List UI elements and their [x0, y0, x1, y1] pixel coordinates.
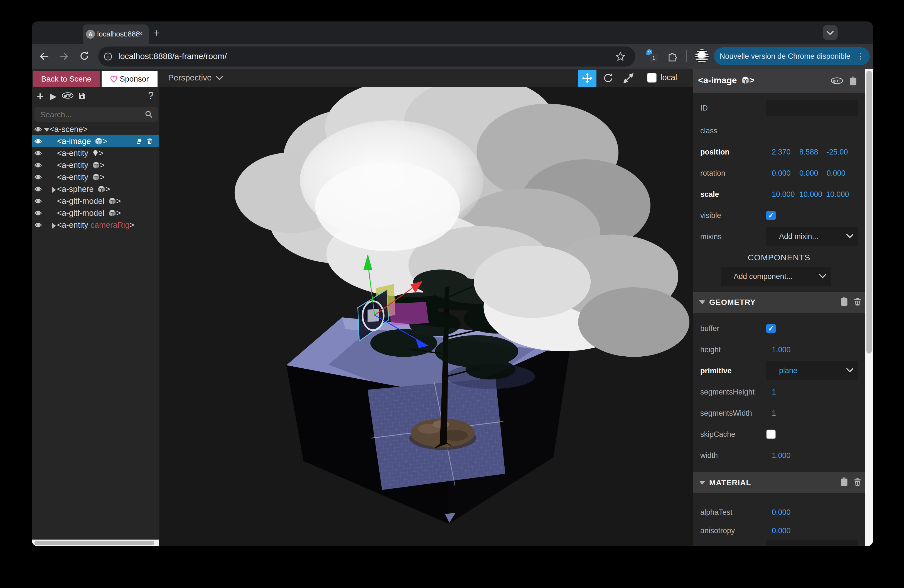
expand-icon[interactable] — [52, 187, 56, 193]
blending-row: blending normal — [693, 541, 865, 546]
remove-component-icon[interactable] — [854, 297, 861, 306]
collapse-icon[interactable] — [699, 300, 705, 304]
add-mixin-select[interactable]: Add mixin... — [766, 227, 858, 245]
buffer-checkbox[interactable]: ✓ — [766, 324, 776, 333]
profile-avatar[interactable] — [695, 49, 709, 63]
rotation-z[interactable]: 0.000 — [827, 165, 846, 182]
tree-item-a-gltf-model[interactable]: <a-gltf-model > — [32, 207, 159, 219]
scale-z[interactable]: 10.000 — [826, 186, 849, 203]
blending-select[interactable]: normal — [766, 539, 858, 546]
tree-item-camera-rig[interactable]: <a-entity cameraRig> — [32, 219, 159, 231]
visibility-eye-icon[interactable] — [34, 150, 42, 157]
copy-component-icon[interactable] — [841, 297, 848, 306]
back-icon[interactable] — [40, 52, 49, 60]
url-text: localhost:8888/a-frame/room/ — [118, 52, 227, 61]
reload-icon[interactable] — [79, 52, 89, 62]
vertical-scrollbar[interactable] — [865, 69, 873, 546]
bookmark-star-icon[interactable] — [616, 52, 625, 61]
tree-item-a-sphere[interactable]: <a-sphere > — [32, 183, 159, 195]
visibility-eye-icon[interactable] — [34, 126, 42, 133]
id-input[interactable] — [766, 100, 858, 116]
scale-tool-button[interactable] — [619, 70, 638, 87]
search-input[interactable] — [40, 109, 141, 120]
visibility-eye-icon[interactable] — [34, 209, 42, 217]
add-component-select[interactable]: Add component... — [721, 267, 831, 286]
collapse-icon[interactable] — [699, 481, 705, 485]
browser-tab[interactable]: A localhost:8888/a-frame/room × — [83, 24, 149, 44]
position-y[interactable]: 8.588 — [799, 144, 818, 160]
tree-item-a-gltf-model[interactable]: <a-gltf-model > — [32, 195, 159, 207]
scale-y[interactable]: 10.000 — [799, 186, 822, 203]
tree-item-a-scene[interactable]: <a-scene> — [32, 123, 159, 135]
chevron-down-icon[interactable] — [216, 76, 223, 80]
position-x[interactable]: 2.370 — [772, 144, 791, 160]
rotation-x[interactable]: 0.000 — [772, 165, 791, 182]
expand-icon[interactable] — [52, 223, 56, 229]
cube-icon — [742, 77, 749, 84]
tab-strip: A localhost:8888/a-frame/room × + — [32, 21, 873, 44]
copy-entity-html-icon[interactable] — [849, 76, 857, 86]
3d-scene-canvas[interactable] — [160, 87, 693, 546]
translate-tool-button[interactable] — [578, 70, 596, 87]
rotate-tool-button[interactable] — [599, 70, 617, 87]
sponsor-button[interactable]: Sponsor — [101, 71, 158, 87]
remove-component-icon[interactable] — [854, 478, 861, 486]
export-gltf-icon[interactable] — [62, 92, 73, 98]
help-icon[interactable]: ? — [148, 90, 153, 102]
visibility-eye-icon[interactable] — [34, 185, 42, 193]
camera-mode-dropdown[interactable]: Perspective — [168, 73, 212, 82]
scenegraph-search[interactable] — [34, 107, 158, 122]
copy-component-icon[interactable] — [841, 477, 848, 487]
collapse-icon[interactable] — [44, 128, 49, 132]
scale-x[interactable]: 10.000 — [772, 186, 795, 203]
tree-item-a-image[interactable]: <a-image > — [32, 135, 159, 147]
forward-icon[interactable] — [59, 52, 68, 60]
bulb-icon — [93, 150, 98, 156]
local-space-checkbox[interactable] — [647, 73, 657, 83]
alpha-test-value[interactable]: 0.000 — [772, 504, 791, 521]
viewport[interactable]: Perspective local — [160, 69, 693, 546]
chrome-update-button[interactable]: Nouvelle version de Chrome disponible ⋮ — [714, 47, 870, 65]
visibility-eye-icon[interactable] — [34, 174, 42, 181]
primitive-select[interactable]: plane — [766, 361, 858, 380]
extensions-puzzle-icon[interactable] — [667, 51, 678, 62]
tab-search-button[interactable] — [823, 25, 838, 40]
export-gltf-icon[interactable] — [831, 77, 843, 84]
segments-width-value[interactable]: 1 — [772, 405, 776, 422]
new-tab-button[interactable]: + — [153, 28, 160, 38]
cube-icon — [93, 174, 100, 180]
visibility-eye-icon[interactable] — [34, 161, 42, 169]
anisotropy-value[interactable]: 0.000 — [772, 522, 791, 539]
clone-entity-icon[interactable] — [136, 138, 142, 144]
tree-item-a-entity-light[interactable]: <a-entity > — [32, 147, 159, 159]
segments-height-value[interactable]: 1 — [772, 384, 776, 400]
play-icon[interactable]: ▶ — [50, 91, 57, 101]
chevron-down-icon — [819, 274, 827, 278]
address-bar[interactable]: localhost:8888/a-frame/room/ — [98, 46, 635, 66]
site-info-icon[interactable] — [104, 52, 112, 61]
height-value[interactable]: 1.000 — [772, 341, 791, 358]
tree-item-a-entity[interactable]: <a-entity > — [32, 159, 159, 171]
position-z[interactable]: -25.00 — [827, 144, 848, 160]
visibility-eye-icon[interactable] — [34, 138, 42, 145]
save-icon[interactable] — [79, 92, 85, 99]
extension-ghost-icon[interactable]: 1 — [646, 49, 653, 55]
scrollbar-thumb[interactable] — [866, 71, 872, 354]
geometry-section-header[interactable]: GEOMETRY — [693, 292, 865, 313]
width-value[interactable]: 1.000 — [772, 447, 791, 464]
material-section-header[interactable]: MATERIAL — [693, 472, 865, 493]
delete-entity-icon[interactable] — [147, 138, 153, 144]
cube-icon — [95, 138, 102, 144]
add-entity-icon[interactable]: + — [37, 90, 44, 103]
tab-close-icon[interactable]: × — [138, 29, 143, 38]
rotation-y[interactable]: 0.000 — [799, 165, 818, 182]
visible-checkbox[interactable]: ✓ — [766, 211, 776, 220]
visibility-eye-icon[interactable] — [34, 198, 42, 205]
tree-item-a-entity[interactable]: <a-entity > — [32, 171, 159, 183]
scrollbar-thumb[interactable] — [35, 541, 154, 545]
back-to-scene-button[interactable]: Back to Scene — [33, 71, 100, 87]
update-menu-dots-icon[interactable]: ⋮ — [857, 52, 864, 60]
horizontal-scrollbar[interactable] — [32, 539, 159, 546]
skip-cache-checkbox[interactable] — [766, 430, 776, 439]
visibility-eye-icon[interactable] — [34, 221, 42, 229]
